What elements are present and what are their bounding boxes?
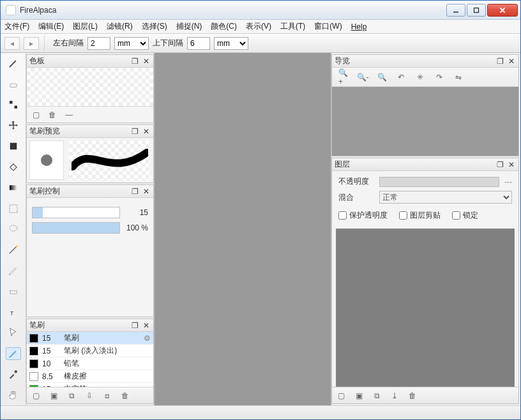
blend-label: 混合 xyxy=(338,192,374,203)
lr-unit-select[interactable]: mm xyxy=(114,37,149,50)
eraser-tool[interactable] xyxy=(6,77,21,90)
menu-select[interactable]: 选择(S) xyxy=(142,21,167,32)
gradient-tool[interactable] xyxy=(6,181,21,194)
maximize-button[interactable] xyxy=(467,4,486,17)
canvas-area[interactable] xyxy=(154,53,331,405)
minimize-button[interactable] xyxy=(446,4,465,17)
svg-rect-6 xyxy=(14,106,17,109)
brush-item[interactable]: 15 笔刷 (淡入淡出) xyxy=(27,345,153,357)
save-brush-icon[interactable]: ⧈ xyxy=(102,391,112,401)
brush-preview-body xyxy=(27,138,153,183)
brush-list-footer: ▢ ▣ ⧉ ⇩ ⧈ 🗑 xyxy=(27,387,153,403)
menu-window[interactable]: 窗口(W) xyxy=(314,21,342,32)
layer-lock-checkbox[interactable]: 锁定 xyxy=(452,210,478,221)
menu-view[interactable]: 表示(V) xyxy=(246,21,271,32)
flip-icon[interactable]: ⇋ xyxy=(453,72,464,82)
brush-size: 15 xyxy=(42,334,60,343)
zoom-fit-icon[interactable]: 🔍 xyxy=(377,72,387,82)
rotate-reset-icon[interactable]: ✳ xyxy=(415,72,425,82)
close-button[interactable] xyxy=(487,4,518,17)
pen-tool[interactable] xyxy=(6,57,21,70)
move-tool[interactable] xyxy=(6,119,21,131)
brush-list-panel: 笔刷 ❐ ✕ 15 笔刷 ⚙ 15 笔刷 (淡入淡出) xyxy=(26,319,154,404)
cursor-tool[interactable] xyxy=(6,326,21,339)
swatch-area[interactable] xyxy=(27,68,153,106)
brush-size-value: 15 xyxy=(123,208,148,217)
brush-size-slider[interactable] xyxy=(32,207,120,218)
menu-tool[interactable]: 工具(T) xyxy=(280,21,305,32)
gear-icon[interactable]: ⚙ xyxy=(144,334,151,343)
navigator-title: 导览 xyxy=(335,56,493,66)
divide-tool[interactable] xyxy=(6,347,21,360)
select-rect-tool[interactable] xyxy=(6,202,21,214)
close-icon[interactable]: ✕ xyxy=(142,187,151,196)
add-group-icon[interactable]: ▣ xyxy=(49,391,59,401)
tb-spacing-input[interactable] xyxy=(187,37,210,50)
menu-edit[interactable]: 编辑(E) xyxy=(38,21,64,32)
wand-tool[interactable] xyxy=(6,243,21,256)
zoom-out-icon[interactable]: 🔍- xyxy=(358,72,368,82)
rotate-left-icon[interactable]: ↶ xyxy=(396,72,406,82)
rotate-right-icon[interactable]: ↷ xyxy=(434,72,444,82)
undock-icon[interactable]: ❐ xyxy=(495,160,504,169)
brush-item[interactable]: 10 铅笔 xyxy=(27,357,153,370)
zoom-in-icon[interactable]: 🔍+ xyxy=(338,72,349,82)
menu-layer[interactable]: 图层(L) xyxy=(73,21,98,32)
add-brush-icon[interactable]: ▢ xyxy=(31,391,41,401)
menu-filter[interactable]: 滤镜(R) xyxy=(107,21,133,32)
close-icon[interactable]: ✕ xyxy=(507,57,516,66)
fill-tool[interactable] xyxy=(6,140,21,153)
brush-color-icon xyxy=(29,359,38,368)
svg-rect-12 xyxy=(10,291,17,294)
new-folder-icon[interactable]: ▣ xyxy=(354,391,364,401)
brush-item[interactable]: 8.5 橡皮擦 xyxy=(27,370,153,383)
hand-tool[interactable] xyxy=(6,389,21,401)
bucket-tool[interactable] xyxy=(6,160,21,173)
swatch-menu-icon[interactable]: ― xyxy=(64,110,74,120)
undock-icon[interactable]: ❐ xyxy=(495,57,504,66)
svg-point-14 xyxy=(14,370,17,373)
undock-icon[interactable]: ❐ xyxy=(130,187,139,196)
layer-clip-checkbox[interactable]: 图层剪贴 xyxy=(399,210,441,221)
lr-spacing-input[interactable] xyxy=(87,37,110,50)
prev-tool-button[interactable]: ◂ xyxy=(4,37,20,50)
close-icon[interactable]: ✕ xyxy=(142,321,151,330)
selerase-tool[interactable] xyxy=(6,285,21,297)
selpen-tool[interactable] xyxy=(6,264,21,277)
delete-layer-icon[interactable]: 🗑 xyxy=(407,391,418,401)
import-brush-icon[interactable]: ⇩ xyxy=(84,391,94,401)
layer-opacity-slider[interactable] xyxy=(379,177,499,187)
undock-icon[interactable]: ❐ xyxy=(130,127,139,136)
protect-alpha-checkbox[interactable]: 保护透明度 xyxy=(338,210,388,221)
menu-snap[interactable]: 捕捉(N) xyxy=(176,21,202,32)
brush-list: 15 笔刷 ⚙ 15 笔刷 (淡入淡出) 10 铅笔 xyxy=(27,332,153,387)
delete-swatch-icon[interactable]: 🗑 xyxy=(47,110,57,120)
close-icon[interactable]: ✕ xyxy=(142,127,151,136)
eyedropper-tool[interactable] xyxy=(6,368,21,380)
swatch-title: 色板 xyxy=(29,56,128,66)
merge-down-icon[interactable]: ⤓ xyxy=(389,391,400,401)
lasso-tool[interactable] xyxy=(6,223,21,236)
undock-icon[interactable]: ❐ xyxy=(130,57,139,66)
text-tool[interactable]: T xyxy=(6,306,21,319)
dot-tool[interactable] xyxy=(6,98,21,111)
menu-color[interactable]: 颜色(C) xyxy=(211,21,237,32)
navigator-view[interactable] xyxy=(332,87,518,156)
layer-list[interactable] xyxy=(336,229,515,387)
menu-file[interactable]: 文件(F) xyxy=(4,21,29,32)
close-icon[interactable]: ✕ xyxy=(142,57,151,66)
next-tool-button[interactable]: ▸ xyxy=(24,37,39,50)
brush-item[interactable]: 15 笔刷 ⚙ xyxy=(27,332,153,345)
brush-control-title: 笔刷控制 xyxy=(29,186,128,197)
delete-brush-icon[interactable]: 🗑 xyxy=(120,391,130,401)
brush-opacity-slider[interactable] xyxy=(32,222,120,234)
undock-icon[interactable]: ❐ xyxy=(130,321,139,330)
new-layer-icon[interactable]: ▢ xyxy=(336,391,346,401)
menu-help[interactable]: Help xyxy=(351,22,367,31)
dup-layer-icon[interactable]: ⧉ xyxy=(372,391,382,401)
tb-unit-select[interactable]: mm xyxy=(214,37,248,50)
blend-mode-select[interactable]: 正常 xyxy=(379,191,512,204)
close-icon[interactable]: ✕ xyxy=(507,160,516,169)
dup-brush-icon[interactable]: ⧉ xyxy=(66,391,77,401)
new-swatch-icon[interactable]: ▢ xyxy=(31,110,41,120)
